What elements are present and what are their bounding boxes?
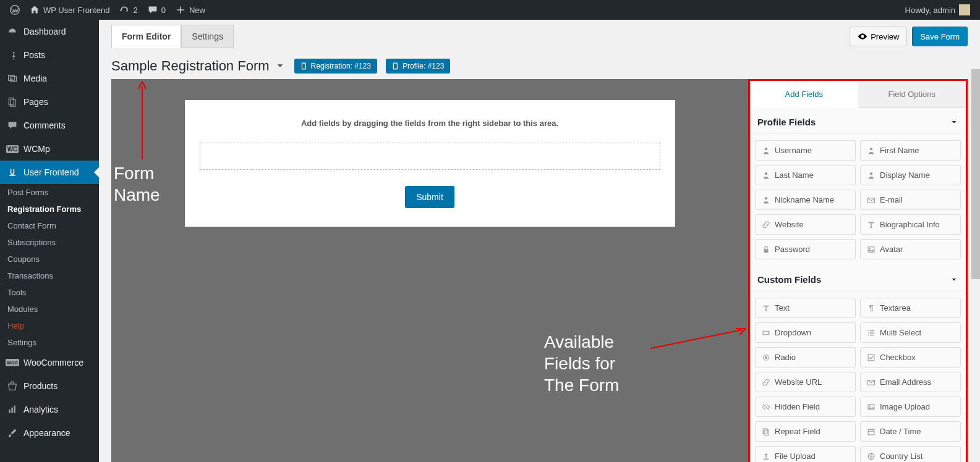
svg-point-14 — [765, 197, 767, 200]
sidebar-item-appearance[interactable]: Appearance — [0, 421, 99, 445]
field-website-url[interactable]: Website URL — [755, 372, 856, 392]
save-button[interactable]: Save Form — [912, 27, 968, 46]
field-repeat-field[interactable]: Repeat Field — [755, 421, 856, 442]
mail-icon — [867, 378, 876, 387]
registration-badge[interactable]: Registration: #123 — [294, 59, 377, 74]
dashboard-icon — [6, 25, 19, 38]
list-icon — [867, 329, 876, 337]
field-image-upload[interactable]: Image Upload — [860, 397, 961, 417]
sidebar-sub-post-forms[interactable]: Post Forms — [0, 184, 99, 201]
field-radio[interactable]: Radio — [755, 347, 856, 368]
image-icon — [867, 403, 876, 411]
svg-rect-24 — [868, 334, 869, 335]
section-custom-fields[interactable]: Custom Fields — [751, 266, 965, 292]
mail-icon — [867, 196, 876, 204]
tab-form-editor[interactable]: Form Editor — [111, 25, 181, 48]
sidebar-item-woocommerce[interactable]: wooWooCommerce — [0, 351, 99, 374]
sidebar-item-dashboard[interactable]: Dashboard — [0, 20, 99, 43]
sidebar-sub-coupons[interactable]: Coupons — [0, 251, 99, 267]
sidebar-item-label: WCMp — [23, 144, 50, 154]
field-date-time[interactable]: Date / Time — [860, 421, 961, 442]
field-last-name[interactable]: Last Name — [755, 165, 856, 185]
field-label: Date / Time — [880, 427, 921, 436]
svg-point-13 — [870, 172, 872, 175]
sidebar-item-posts[interactable]: Posts — [0, 43, 99, 67]
section-profile-fields[interactable]: Profile Fields — [751, 108, 965, 134]
field-username[interactable]: Username — [755, 140, 856, 161]
wcmp-icon: WC — [6, 143, 19, 155]
avatar — [959, 4, 970, 15]
chevron-down-icon — [950, 118, 958, 127]
content-area: Form Editor Settings Preview Save Form S… — [99, 20, 980, 462]
sidebar-sub-modules[interactable]: Modules — [0, 301, 99, 317]
profile-badge[interactable]: Profile: #123 — [386, 59, 450, 74]
field-file-upload[interactable]: File Upload — [755, 446, 856, 462]
svg-rect-2 — [9, 98, 14, 105]
field-hidden-field[interactable]: Hidden Field — [755, 397, 856, 417]
sidebar-item-wcmp[interactable]: WCWCMp — [0, 137, 99, 161]
sidebar-sub-contact-form[interactable]: Contact Form — [0, 217, 99, 234]
tab-settings[interactable]: Settings — [181, 25, 234, 48]
preview-button[interactable]: Preview — [850, 27, 907, 46]
sidebar-item-products[interactable]: Products — [0, 374, 99, 398]
form-title[interactable]: Sample Registration Form — [111, 58, 286, 74]
field-label: File Upload — [775, 452, 816, 461]
field-nickname-name[interactable]: Nickname Name — [755, 190, 856, 210]
svg-rect-3 — [11, 99, 15, 106]
field-text[interactable]: Text — [755, 298, 856, 318]
sidebar-item-analytics[interactable]: Analytics — [0, 398, 99, 421]
product-icon — [6, 380, 19, 392]
updates[interactable]: 2 — [114, 0, 142, 20]
tab-field-options[interactable]: Field Options — [858, 81, 966, 108]
tab-add-fields[interactable]: Add Fields — [750, 81, 858, 108]
svg-point-10 — [765, 148, 767, 150]
field-website[interactable]: Website — [755, 214, 856, 235]
submit-button[interactable]: Submit — [405, 186, 454, 208]
svg-rect-22 — [868, 332, 869, 333]
field-multi-select[interactable]: Multi Select — [860, 322, 961, 343]
chevron-down-icon — [275, 61, 286, 72]
sidebar-sub-transactions[interactable]: Transactions — [0, 267, 99, 284]
field-textarea[interactable]: ¶Textarea — [860, 298, 961, 318]
repeat-icon — [762, 427, 770, 436]
sidebar-sub-subscriptions[interactable]: Subscriptions — [0, 234, 99, 251]
radio-icon — [762, 353, 770, 362]
sidebar-sub-registration-forms[interactable]: Registration Forms — [0, 201, 99, 217]
field-avatar[interactable]: Avatar — [860, 239, 961, 259]
sidebar-item-user-frontend[interactable]: User Frontend — [0, 161, 99, 184]
field-label: Country List — [880, 452, 922, 461]
user-icon — [867, 171, 876, 180]
user-icon — [867, 146, 876, 155]
sidebar-item-media[interactable]: Media — [0, 67, 99, 90]
analytics-icon — [6, 403, 19, 416]
wp-logo[interactable] — [5, 0, 25, 20]
sidebar-item-comments[interactable]: Comments — [0, 114, 99, 137]
comments-count[interactable]: 0 — [143, 0, 171, 20]
field-label: Text — [775, 303, 790, 313]
field-email-address[interactable]: Email Address — [860, 372, 961, 392]
site-name[interactable]: WP User Frontend — [25, 0, 114, 20]
field-biographical-info[interactable]: Biographical Info — [860, 214, 961, 235]
new-content[interactable]: New — [171, 0, 210, 20]
sidebar-sub-help[interactable]: Help — [0, 317, 99, 334]
field-dropdown[interactable]: Dropdown — [755, 322, 856, 343]
field-checkbox[interactable]: Checkbox — [860, 347, 961, 368]
field-e-mail[interactable]: E-mail — [860, 190, 961, 210]
field-password[interactable]: Password — [755, 239, 856, 259]
user-icon — [762, 146, 770, 155]
text-icon — [762, 304, 770, 313]
field-display-name[interactable]: Display Name — [860, 165, 961, 185]
sidebar-item-label: Appearance — [23, 428, 70, 438]
sidebar-sub-settings[interactable]: Settings — [0, 334, 99, 351]
drop-zone[interactable] — [200, 143, 660, 170]
field-country-list[interactable]: Country List — [860, 446, 961, 462]
field-first-name[interactable]: First Name — [860, 140, 961, 161]
admin-sidebar: DashboardPostsMediaPagesCommentsWCWCMpUs… — [0, 20, 99, 462]
user-icon — [762, 171, 770, 180]
field-label: First Name — [880, 146, 919, 155]
uf-icon — [6, 166, 19, 178]
svg-point-12 — [765, 172, 767, 175]
user-greeting[interactable]: Howdy, admin — [900, 0, 975, 20]
sidebar-sub-tools[interactable]: Tools — [0, 284, 99, 301]
sidebar-item-pages[interactable]: Pages — [0, 90, 99, 114]
